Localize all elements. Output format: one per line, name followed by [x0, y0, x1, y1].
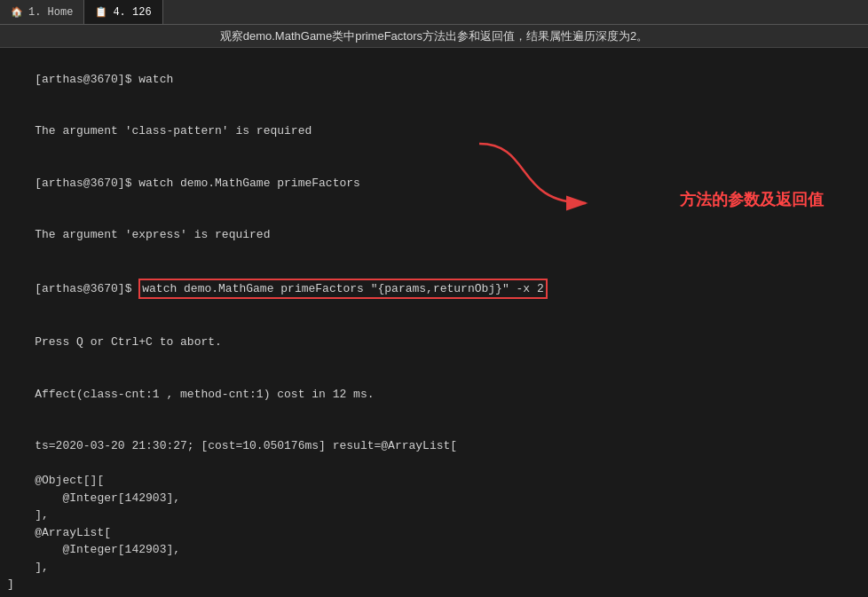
terminal-line-14: ],: [7, 559, 861, 577]
terminal-line-15: ]: [7, 576, 861, 593]
terminal-line-12: @ArrayList[: [7, 524, 861, 542]
terminal-line-9: @Object[][: [7, 472, 861, 490]
tab-126-icon: 📋: [95, 6, 107, 18]
terminal-line-2: The argument 'class-pattern' is required: [7, 106, 861, 158]
tab-home[interactable]: 🏠 1. Home: [0, 0, 84, 24]
terminal[interactable]: [arthas@3670]$ watch The argument 'class…: [0, 48, 868, 597]
terminal-line-6: Press Q or Ctrl+C to abort.: [7, 317, 861, 369]
tab-bar: 🏠 1. Home 📋 4. 126: [0, 0, 868, 25]
annotation-bar-text: 观察demo.MathGame类中primeFactors方法出参和返回值，结果…: [220, 28, 649, 44]
terminal-line-13: @Integer[142903],: [7, 541, 861, 559]
highlighted-command: watch demo.MathGame primeFactors "{param…: [138, 279, 547, 300]
tab-home-icon: 🏠: [11, 6, 23, 18]
tab-126-label: 4. 126: [113, 6, 151, 19]
annotation-bar: 观察demo.MathGame类中primeFactors方法出参和返回值，结果…: [0, 25, 868, 48]
terminal-prompt-prefix: [arthas@3670]$: [35, 282, 138, 295]
terminal-line-8: ts=2020-03-20 21:30:27; [cost=10.050176m…: [7, 420, 861, 473]
terminal-line-11: ],: [7, 507, 861, 524]
terminal-line-7: Affect(class-cnt:1 , method-cnt:1) cost …: [7, 368, 861, 420]
tab-home-label: 1. Home: [28, 6, 73, 19]
terminal-line-16: ts=2020-03-20 21:30:28; [cost=0.08195ms]…: [7, 593, 861, 598]
terminal-line-1: [arthas@3670]$ watch: [7, 53, 861, 106]
tab-126[interactable]: 📋 4. 126: [84, 0, 162, 24]
terminal-line-5: [arthas@3670]$ watch demo.MathGame prime…: [7, 261, 861, 317]
arrow-annotation-text: 方法的参数及返回值: [680, 188, 824, 212]
terminal-line-4: The argument 'express' is required: [7, 209, 861, 262]
terminal-line-10: @Integer[142903],: [7, 490, 861, 507]
